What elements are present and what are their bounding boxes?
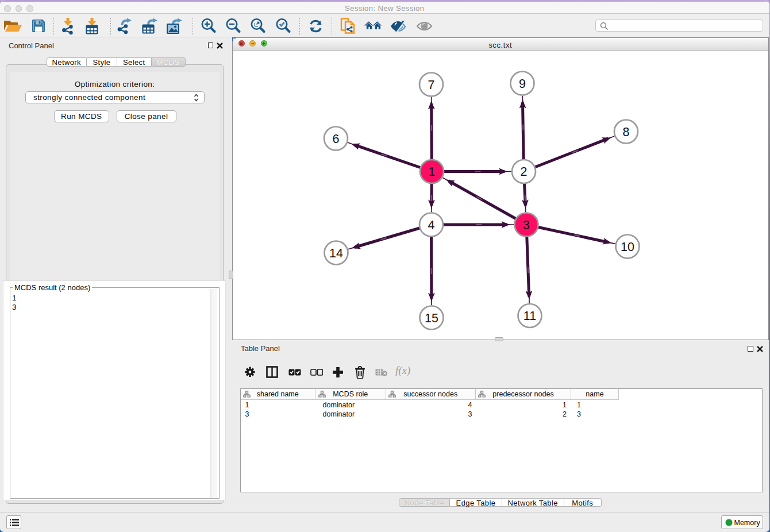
svg-text:3: 3 bbox=[523, 218, 530, 232]
svg-text:1: 1 bbox=[428, 165, 435, 179]
svg-text:4: 4 bbox=[428, 218, 434, 232]
svg-text:14: 14 bbox=[329, 246, 343, 260]
svg-text:9: 9 bbox=[519, 76, 526, 90]
svg-text:11: 11 bbox=[523, 309, 536, 323]
svg-text:15: 15 bbox=[425, 311, 438, 325]
svg-text:8: 8 bbox=[622, 125, 629, 138]
svg-text:7: 7 bbox=[428, 78, 434, 91]
svg-text:6: 6 bbox=[332, 132, 339, 145]
svg-text:10: 10 bbox=[621, 240, 634, 253]
svg-text:2: 2 bbox=[520, 165, 527, 179]
